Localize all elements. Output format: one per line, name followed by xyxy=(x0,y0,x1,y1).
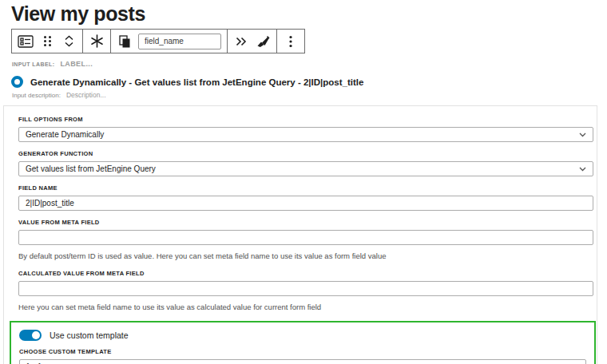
field-settings-panel: FILL OPTIONS FROM Generate Dynamically G… xyxy=(3,105,597,364)
calculated-value-help: Here you can set meta field name to use … xyxy=(18,303,582,311)
toolbar-group-jetengine xyxy=(83,30,111,53)
options-ellipsis-icon[interactable] xyxy=(283,32,299,51)
generate-dynamically-option[interactable]: Generate Dynamically - Get values list f… xyxy=(11,76,607,88)
choose-custom-template-select[interactable]: for form xyxy=(19,359,586,364)
radio-option-label: Generate Dynamically - Get values list f… xyxy=(30,77,363,87)
toggle-knob xyxy=(32,331,40,339)
expand-double-chevron-icon[interactable] xyxy=(233,32,249,51)
page-title: View my posts xyxy=(11,2,607,26)
fill-options-from-label: FILL OPTIONS FROM xyxy=(18,116,582,123)
toolbar-group-field-name xyxy=(111,30,228,53)
duplicate-icon[interactable] xyxy=(117,32,133,51)
generator-function-select[interactable]: Get values list from JetEngine Query xyxy=(18,161,593,176)
use-custom-template-row: Use custom template xyxy=(19,330,586,341)
value-from-meta-field-label: VALUE FROM META FIELD xyxy=(18,219,582,226)
move-up-down-icon[interactable] xyxy=(61,32,77,51)
block-toolbar xyxy=(11,29,305,53)
toolbar-group-block xyxy=(12,30,83,53)
calculated-value-label: CALCULATED VALUE FROM META FIELD xyxy=(18,270,582,277)
input-label-prefix: INPUT LABEL: xyxy=(12,61,54,67)
toolbar-group-tools xyxy=(228,30,277,53)
radio-selected-icon[interactable] xyxy=(11,76,23,88)
value-from-meta-field-help: By default post/term ID is used as value… xyxy=(18,251,582,260)
chevron-down-icon xyxy=(579,167,586,172)
use-custom-template-label: Use custom template xyxy=(50,330,129,340)
field-name-toolbar-input[interactable] xyxy=(138,34,221,49)
chevron-down-icon xyxy=(579,133,586,137)
use-custom-template-toggle[interactable] xyxy=(19,330,42,341)
drag-dots xyxy=(44,36,51,46)
brush-icon[interactable] xyxy=(255,32,271,51)
radio-field-block-icon[interactable] xyxy=(18,32,34,51)
input-description-line: Input description: Description... xyxy=(12,91,607,99)
generator-function-value: Get values list from JetEngine Query xyxy=(26,164,156,173)
field-name-input[interactable] xyxy=(18,196,593,211)
fill-options-from-value: Generate Dynamically xyxy=(26,130,104,139)
custom-template-highlight-box: Use custom template CHOOSE CUSTOM TEMPLA… xyxy=(10,321,596,364)
toolbar-group-options xyxy=(277,30,304,53)
drag-handle-icon[interactable] xyxy=(39,32,55,51)
jetengine-asterisk-icon[interactable] xyxy=(89,32,105,51)
input-label-line: INPUT LABEL: LABEL... xyxy=(12,60,607,68)
input-description-placeholder[interactable]: Description... xyxy=(66,91,106,99)
input-description-prefix: Input description: xyxy=(12,92,61,99)
calculated-value-input[interactable] xyxy=(18,281,593,296)
choose-custom-template-label: CHOOSE CUSTOM TEMPLATE xyxy=(19,348,586,355)
generator-function-label: GENERATOR FUNCTION xyxy=(18,150,582,157)
field-name-label: FIELD NAME xyxy=(18,184,582,192)
input-label-placeholder[interactable]: LABEL... xyxy=(60,60,93,68)
fill-options-from-select[interactable]: Generate Dynamically xyxy=(18,127,593,142)
value-from-meta-field-input[interactable] xyxy=(18,230,593,245)
